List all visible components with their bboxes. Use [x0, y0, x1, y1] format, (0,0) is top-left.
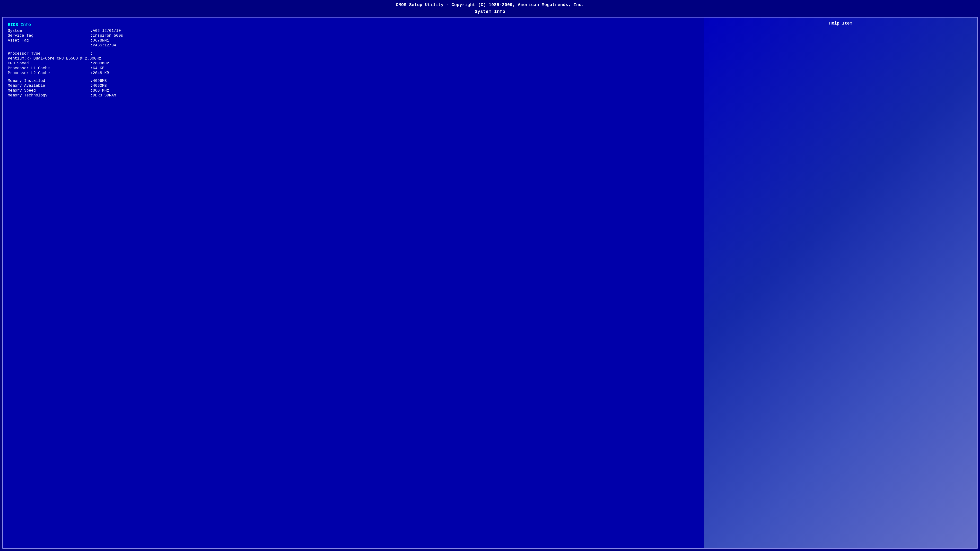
memory-technology-label: Memory Technology [8, 93, 91, 98]
memory-speed-value: :800 MHz [91, 89, 109, 93]
l1-cache-value: :64 KB [91, 66, 105, 70]
pass-value: :PASS:12/34 [91, 43, 116, 48]
page-title: System Info [5, 8, 975, 16]
top-bar: CMOS Setup Utility - Copyright (C) 1985-… [0, 0, 980, 16]
pass-row: :PASS:12/34 [8, 43, 698, 48]
memory-technology-row: Memory Technology :DDR3 SDRAM [8, 93, 698, 98]
right-panel-content: Help Item [708, 21, 973, 28]
copyright-line: CMOS Setup Utility - Copyright (C) 1985-… [5, 2, 975, 8]
cpu-full-row: Pentium(R) Dual-Core CPU E5500 @ 2.80GHz [8, 56, 698, 61]
memory-technology-value: :DDR3 SDRAM [91, 93, 116, 98]
service-tag-row: Service Tag :Inspiron 560s [8, 33, 698, 38]
l1-cache-row: Processor L1 Cache :64 KB [8, 66, 698, 70]
cpu-speed-label: CPU Speed [8, 61, 91, 65]
main-area: BIOS Info System :A06 12/01/10 Service T… [2, 17, 978, 549]
service-tag-value: :Inspiron 560s [91, 33, 123, 38]
system-label: System [8, 29, 91, 33]
memory-installed-value: :4096MB [91, 79, 107, 83]
pass-label [8, 43, 91, 48]
memory-speed-label: Memory Speed [8, 89, 91, 93]
bios-info-header: BIOS Info [8, 22, 698, 27]
right-panel: Help Item [704, 17, 977, 548]
processor-type-value: : [91, 51, 93, 56]
system-value: :A06 12/01/10 [91, 29, 121, 33]
service-tag-label: Service Tag [8, 33, 91, 38]
memory-installed-row: Memory Installed :4096MB [8, 79, 698, 83]
asset-tag-label: Asset Tag [8, 38, 91, 43]
cpu-speed-value: :2800MHz [91, 61, 109, 65]
memory-available-row: Memory Available :4062MB [8, 84, 698, 88]
processor-section: Processor Type : Pentium(R) Dual-Core CP… [8, 51, 698, 75]
cpu-speed-row: CPU Speed :2800MHz [8, 61, 698, 65]
asset-tag-value: :J678NM1 [91, 38, 109, 43]
memory-installed-label: Memory Installed [8, 79, 91, 83]
help-item-title: Help Item [708, 21, 973, 28]
processor-type-row: Processor Type : [8, 51, 698, 56]
asset-tag-row: Asset Tag :J678NM1 [8, 38, 698, 43]
l2-cache-value: :2048 KB [91, 71, 109, 75]
l2-cache-row: Processor L2 Cache :2048 KB [8, 71, 698, 75]
left-panel: BIOS Info System :A06 12/01/10 Service T… [3, 17, 704, 548]
memory-section: Memory Installed :4096MB Memory Availabl… [8, 79, 698, 98]
memory-available-value: :4062MB [91, 84, 107, 88]
cpu-full-value: Pentium(R) Dual-Core CPU E5500 @ 2.80GHz [8, 56, 101, 61]
l1-cache-label: Processor L1 Cache [8, 66, 91, 70]
right-panel-bg [704, 17, 977, 548]
memory-speed-row: Memory Speed :800 MHz [8, 89, 698, 93]
memory-available-label: Memory Available [8, 84, 91, 88]
l2-cache-label: Processor L2 Cache [8, 71, 91, 75]
processor-type-label: Processor Type [8, 51, 91, 56]
system-row: System :A06 12/01/10 [8, 29, 698, 33]
